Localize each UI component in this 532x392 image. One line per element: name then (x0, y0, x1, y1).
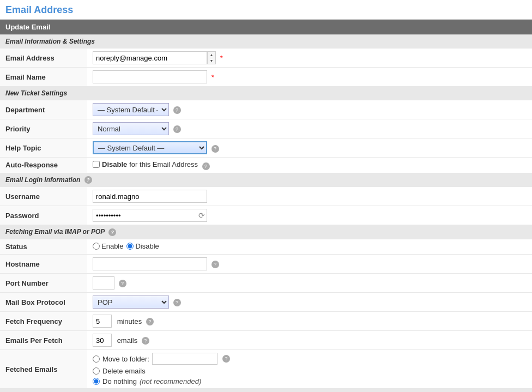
mailbox-protocol-row: Mail Box Protocol POP ? (0, 293, 532, 312)
fetch-enable-label[interactable]: Enable (93, 242, 123, 250)
fetch-status-row: Status Enable Disable (0, 239, 532, 255)
emails-per-fetch-input[interactable] (93, 334, 112, 347)
email-name-input[interactable] (93, 70, 207, 83)
page-title: Email Address (0, 0, 532, 20)
fetched-emails-value-cell: Move to folder: ? Delete emails Do nothi… (87, 350, 532, 389)
mailbox-protocol-select[interactable]: POP (93, 295, 169, 309)
auto-response-label: Auto-Response (0, 158, 87, 173)
fetched-emails-label: Fetched Emails (0, 350, 87, 389)
new-ticket-header: New Ticket Settings (0, 87, 532, 100)
auto-response-value-cell: Disable for this Email Address ? (87, 158, 532, 173)
email-form: Email Information & Settings Email Addre… (0, 34, 532, 392)
section-header-update-email: Update Email (0, 20, 532, 34)
emails-per-fetch-help-icon[interactable]: ? (142, 337, 149, 345)
fetch-frequency-row: Fetch Frequency minutes ? (0, 312, 532, 331)
mailbox-protocol-help-icon[interactable]: ? (173, 299, 181, 306)
email-address-input[interactable] (93, 51, 207, 64)
emails-per-fetch-value-cell: emails ? (87, 331, 532, 350)
fetched-emails-row: Fetched Emails Move to folder: ? Delete … (0, 350, 532, 389)
department-label: Department (0, 100, 87, 119)
department-help-icon[interactable]: ? (173, 106, 181, 114)
priority-help-icon[interactable]: ? (173, 125, 181, 133)
email-login-header: Email Login Information ? (0, 173, 532, 187)
fetched-emails-options: Move to folder: ? Delete emails Do nothi… (93, 353, 527, 385)
auto-response-checkbox-label[interactable]: Disable for this Email Address (93, 160, 198, 168)
delete-emails-label[interactable]: Delete emails (93, 367, 527, 375)
priority-label: Priority (0, 119, 87, 138)
fetch-port-input[interactable] (93, 276, 114, 290)
move-to-folder-text: Move to folder: (102, 355, 149, 363)
fetch-hostname-value-cell: ? (87, 255, 532, 274)
fetch-hostname-input[interactable] (93, 257, 207, 270)
email-address-row: Email Address ▲ ▼ * (0, 49, 532, 68)
fetch-frequency-suffix: minutes (117, 317, 142, 325)
email-arrows[interactable]: ▲ ▼ (207, 51, 216, 64)
fetch-frequency-input[interactable] (93, 315, 112, 328)
email-login-help-icon[interactable]: ? (84, 176, 92, 184)
do-nothing-label[interactable]: Do nothing (not recommended) (93, 377, 527, 385)
username-input[interactable] (93, 190, 207, 203)
fetch-frequency-help-icon[interactable]: ? (146, 318, 154, 325)
help-topic-row: Help Topic — System Default — ? (0, 138, 532, 158)
delete-emails-text: Delete emails (102, 367, 146, 375)
password-value-cell: ⟳ (87, 206, 532, 225)
fetch-enable-radio[interactable] (93, 243, 100, 250)
email-name-required: * (211, 73, 214, 81)
auto-response-checkbox[interactable] (93, 161, 100, 168)
fetch-status-radio-group: Enable Disable (93, 242, 159, 250)
emails-per-fetch-label: Emails Per Fetch (0, 331, 87, 350)
priority-select[interactable]: Normal (93, 122, 169, 135)
move-to-folder-label[interactable]: Move to folder: ? (93, 353, 527, 365)
username-label: Username (0, 187, 87, 206)
move-to-folder-help-icon[interactable]: ? (222, 355, 230, 363)
fetch-port-help-icon[interactable]: ? (119, 280, 126, 287)
auto-response-row: Auto-Response Disable for this Email Add… (0, 158, 532, 173)
username-row: Username (0, 187, 532, 206)
auto-response-suffix: for this Email Address (129, 160, 198, 168)
email-name-value-cell: * (87, 68, 532, 87)
password-label: Password (0, 206, 87, 225)
fetch-frequency-value-cell: minutes ? (87, 312, 532, 331)
auto-response-help-icon[interactable]: ? (202, 162, 210, 170)
email-address-required: * (220, 54, 223, 62)
email-info-header: Email Information & Settings (0, 35, 532, 49)
do-nothing-radio[interactable] (93, 378, 100, 385)
mailbox-protocol-value-cell: POP ? (87, 293, 532, 312)
arrow-down-icon: ▼ (208, 58, 215, 64)
password-input[interactable] (93, 209, 207, 222)
emails-per-fetch-row: Emails Per Fetch emails ? (0, 331, 532, 350)
folder-input[interactable] (152, 353, 217, 365)
email-address-label: Email Address (0, 49, 87, 68)
do-nothing-note: (not recommended) (140, 377, 201, 385)
fetch-hostname-row: Hostname ? (0, 255, 532, 274)
email-input-wrap: ▲ ▼ (93, 51, 216, 64)
fetching-help-icon[interactable]: ? (108, 228, 116, 236)
auto-response-disable-text: Disable (102, 160, 127, 168)
fetch-hostname-label: Hostname (0, 255, 87, 274)
delete-emails-radio[interactable] (93, 367, 100, 375)
fetch-status-value-cell: Enable Disable (87, 239, 532, 255)
password-wrap: ⟳ (93, 209, 207, 222)
fetch-status-label: Status (0, 239, 87, 255)
priority-value-cell: Normal ? (87, 119, 532, 138)
fetch-disable-text: Disable (135, 242, 159, 250)
fetch-port-label: Port Number (0, 274, 87, 293)
fetch-enable-text: Enable (101, 242, 123, 250)
priority-row: Priority Normal ? (0, 119, 532, 138)
fetch-disable-radio[interactable] (126, 243, 134, 250)
department-select[interactable]: — System Default — (93, 103, 169, 116)
fetching-email-header: Fetching Email via IMAP or POP ? (0, 225, 532, 239)
help-topic-help-icon[interactable]: ? (211, 145, 219, 153)
help-topic-value-cell: — System Default — ? (87, 138, 532, 158)
password-reveal-icon[interactable]: ⟳ (198, 211, 205, 220)
fetch-port-value-cell: ? (87, 274, 532, 293)
help-topic-select[interactable]: — System Default — (93, 141, 207, 154)
do-nothing-text: Do nothing (102, 377, 137, 385)
fetch-hostname-help-icon[interactable]: ? (211, 261, 219, 268)
username-value-cell (87, 187, 532, 206)
email-name-row: Email Name * (0, 68, 532, 87)
mailbox-protocol-label: Mail Box Protocol (0, 293, 87, 312)
move-to-folder-radio[interactable] (93, 355, 100, 363)
sending-email-header: Sending Email via SMTP (0, 389, 532, 392)
fetch-disable-label[interactable]: Disable (126, 242, 159, 250)
